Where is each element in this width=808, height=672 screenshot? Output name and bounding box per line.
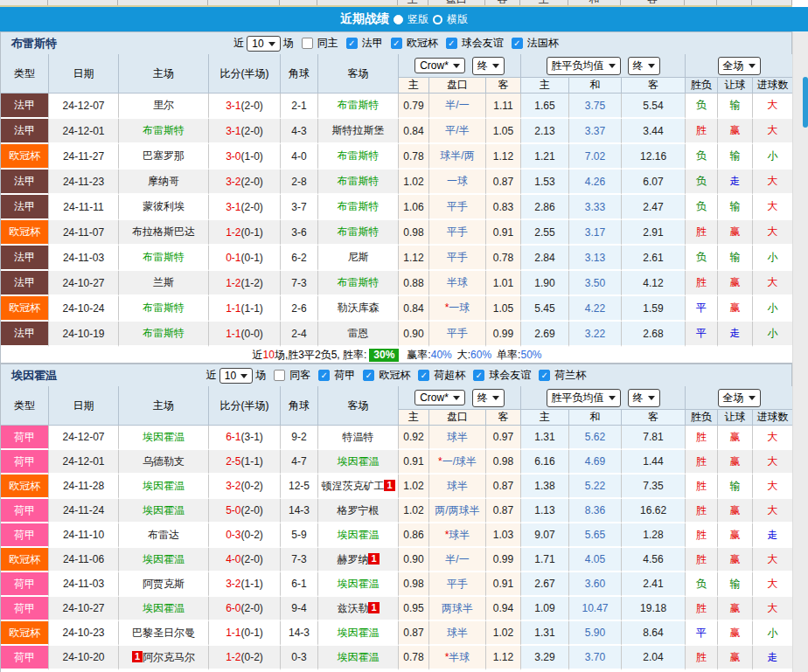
away-team-name[interactable]: 勒沃库森	[338, 301, 380, 314]
competition-checkbox[interactable]: ✓	[346, 38, 358, 49]
away-team-name[interactable]: 顿涅茨克矿工	[321, 480, 384, 492]
away-team-name[interactable]: 格罗宁根	[338, 504, 380, 516]
home-team-name[interactable]: 埃因霍温	[143, 504, 185, 516]
home-team-name[interactable]: 乌德勒支	[143, 455, 185, 468]
away-team-name[interactable]: 布雷斯特	[338, 99, 380, 111]
home-team-name[interactable]: 里尔	[153, 99, 174, 111]
away-team-name[interactable]: 布雷斯特	[338, 276, 380, 288]
avg-draw-odds-cell: 3.70	[569, 646, 622, 670]
competition-checkbox[interactable]: ✓	[318, 370, 330, 381]
away-team-name[interactable]: 埃因霍温	[338, 651, 380, 663]
fulltime-score: 1-2	[226, 226, 240, 239]
home-team-name[interactable]: 阿尔克马尔	[143, 651, 195, 663]
avg-odds-select[interactable]: 胜平负均值	[547, 57, 621, 75]
horizontal-layout-radio[interactable]	[433, 15, 442, 24]
avg-odds-select[interactable]: 胜平负均值	[547, 389, 621, 407]
goals-result-cell: 大	[753, 271, 793, 296]
fulltime-score: 1-1	[226, 328, 240, 340]
competition-label: 法甲	[362, 36, 383, 51]
match-count-select[interactable]: 10	[247, 36, 280, 52]
home-team-name[interactable]: 埃因霍温	[143, 480, 185, 492]
odds-time-select[interactable]: 终	[472, 57, 505, 75]
handicap-cell: 平手	[429, 322, 486, 347]
away-team-name[interactable]: 布雷斯特	[338, 149, 380, 162]
vertical-layout-label[interactable]: 竖版	[407, 12, 428, 27]
period-select[interactable]: 全场	[718, 389, 761, 407]
home-team-name[interactable]: 埃因霍温	[143, 431, 185, 443]
home-team-name[interactable]: 埃因霍温	[143, 602, 185, 614]
clipped-header-cell	[317, 0, 398, 5]
match-row: 法甲 24-10-19 布雷斯特 1-1(0-0) 2-4 雷恩 0.90 平手…	[1, 322, 793, 347]
home-team-name[interactable]: 布雷斯特	[143, 124, 185, 136]
handicap-cell: 一球	[429, 170, 486, 195]
away-team-cell: 布雷斯特	[318, 94, 399, 119]
competition-checkbox[interactable]: ✓	[473, 370, 484, 381]
odds-time-select[interactable]: 终	[472, 389, 505, 407]
team-name-title[interactable]: 布雷斯特	[11, 36, 57, 52]
home-team-name[interactable]: 布雷斯特	[143, 251, 185, 263]
match-row: 欧冠杯 24-11-07 布拉格斯巴达 1-2(0-1) 3-6 布雷斯特 0.…	[1, 220, 793, 246]
competition-checkbox[interactable]: ✓	[418, 370, 429, 381]
home-team-name[interactable]: 巴黎圣日尔曼	[132, 627, 195, 639]
home-team-name[interactable]: 布拉格斯巴达	[132, 225, 195, 238]
same-venue-checkbox[interactable]	[274, 370, 285, 381]
period-select[interactable]: 全场	[718, 57, 761, 75]
handicap-cell: *一球	[429, 296, 486, 322]
home-team-name[interactable]: 阿贾克斯	[143, 578, 185, 590]
away-team-name[interactable]: 布雷斯特	[338, 200, 380, 212]
same-venue-checkbox[interactable]	[302, 38, 313, 49]
away-team-name[interactable]: 埃因霍温	[338, 578, 380, 590]
summary-record: 场,胜3平2负5, 胜率:	[275, 349, 366, 361]
score-cell: 6-1(3-1)	[209, 426, 281, 450]
away-team-cell: 斯特拉斯堡	[318, 119, 399, 144]
away-team-name[interactable]: 雷恩	[348, 327, 369, 339]
competition-checkbox[interactable]: ✓	[539, 370, 550, 381]
horizontal-layout-label[interactable]: 横版	[447, 12, 468, 27]
home-team-name[interactable]: 布雷斯特	[143, 301, 185, 314]
home-team-name[interactable]: 布雷斯特	[143, 327, 185, 339]
away-team-name[interactable]: 埃因霍温	[338, 529, 380, 541]
match-date-cell: 24-11-03	[49, 572, 119, 597]
home-team-name[interactable]: 布雷达	[148, 529, 179, 541]
scrollbar-thumb[interactable]	[803, 77, 808, 128]
crown-home-odds-cell: 0.84	[399, 119, 429, 144]
avg-odds-time-select[interactable]: 终	[628, 389, 660, 407]
bookmaker-select[interactable]: Crow*	[414, 390, 465, 405]
competition-checkbox[interactable]: ✓	[391, 38, 402, 49]
competition-checkbox[interactable]: ✓	[446, 38, 457, 49]
away-team-name[interactable]: 赫罗纳	[337, 553, 368, 565]
avg-draw-odds-cell: 4.69	[569, 450, 622, 475]
team-name-title[interactable]: 埃因霍温	[11, 368, 57, 384]
avg-away-odds-cell: 2.61	[622, 246, 686, 271]
result-cell: 胜	[686, 450, 718, 475]
away-team-name[interactable]: 特温特	[343, 431, 374, 443]
away-team-name[interactable]: 兹沃勒	[337, 602, 368, 614]
near-label: 近	[233, 36, 244, 51]
vertical-layout-radio[interactable]	[394, 15, 403, 24]
away-team-name[interactable]: 布雷斯特	[338, 225, 380, 238]
competition-checkbox[interactable]: ✓	[363, 370, 374, 381]
clipped-header-cell	[118, 0, 208, 5]
match-filters: 近10场同客✓荷甲✓欧冠杯✓荷超杯✓球会友谊✓荷兰杯	[206, 368, 586, 384]
vertical-scrollbar[interactable]	[792, 31, 808, 672]
away-team-name[interactable]: 埃因霍温	[338, 627, 380, 639]
sub-header-avg-draw: 和	[569, 410, 622, 426]
bookmaker-select[interactable]: Crow*	[414, 58, 465, 73]
home-team-name[interactable]: 埃因霍温	[143, 553, 185, 565]
home-team-name[interactable]: 蒙彼利埃	[143, 200, 185, 212]
away-team-name[interactable]: 布雷斯特	[338, 175, 380, 187]
home-team-name[interactable]: 兰斯	[153, 276, 174, 288]
away-team-name[interactable]: 尼斯	[348, 251, 369, 263]
away-team-name[interactable]: 斯特拉斯堡	[332, 124, 385, 136]
match-count-select[interactable]: 10	[219, 368, 253, 384]
avg-away-odds-cell: 2.91	[622, 220, 686, 246]
home-team-name[interactable]: 摩纳哥	[148, 175, 179, 187]
home-team-name[interactable]: 巴塞罗那	[143, 149, 185, 162]
home-team-cell: 里尔	[119, 94, 209, 119]
away-team-name[interactable]: 埃因霍温	[338, 455, 380, 468]
avg-odds-time-select[interactable]: 终	[628, 57, 660, 75]
match-row: 欧冠杯 24-11-06 埃因霍温 4-0(2-0) 7-3 赫罗纳1 0.90…	[1, 548, 793, 572]
halftime-score: (0-2)	[241, 529, 263, 541]
score-cell: 1-2(0-1)	[209, 220, 281, 246]
competition-checkbox[interactable]: ✓	[512, 38, 523, 49]
